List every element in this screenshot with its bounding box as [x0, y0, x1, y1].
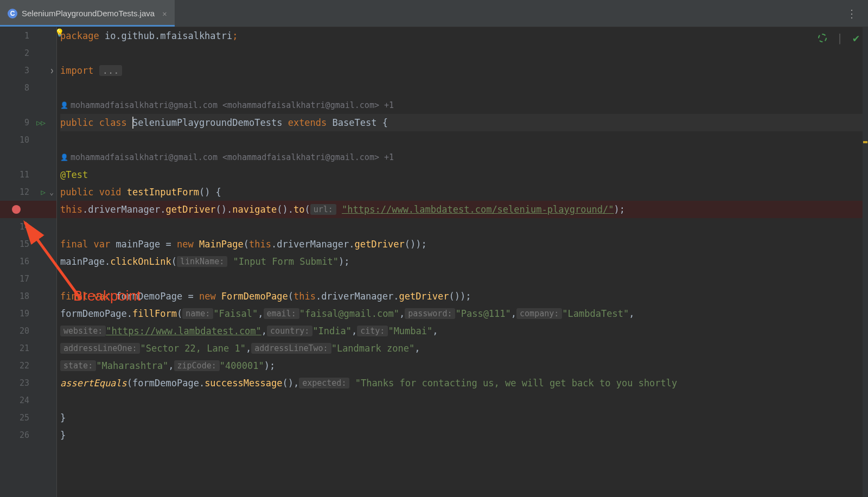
param-hint: linkName:: [177, 256, 227, 267]
gutter[interactable]: 1 2 3❯ 8 9▷▷ 10 11 12▷⌄ 14 15 16 17 18 1…: [0, 27, 57, 497]
author-icon: 👤: [60, 101, 68, 109]
code-area[interactable]: | ✔ package io.github.mfaisalkhatri; imp…: [57, 27, 868, 497]
vcs-author[interactable]: mohammadfaisalkhatri@gmail.com <mohammad…: [71, 152, 394, 162]
chevron-down-icon[interactable]: ⌄: [49, 188, 54, 196]
vcs-author[interactable]: mohammadfaisalkhatri@gmail.com <mohammad…: [71, 100, 394, 110]
editor-tab[interactable]: C SeleniumPlaygroundDemoTests.java ✕: [0, 0, 175, 27]
editor: 1 2 3❯ 8 9▷▷ 10 11 12▷⌄ 14 15 16 17 18 1…: [0, 27, 868, 497]
author-icon: 👤: [60, 154, 68, 161]
folded-imports[interactable]: ...: [99, 65, 123, 76]
error-stripe[interactable]: [863, 27, 868, 497]
tab-filename: SeleniumPlaygroundDemoTests.java: [22, 9, 155, 18]
fold-icon[interactable]: ❯: [50, 67, 54, 74]
param-hint: url:: [310, 204, 336, 215]
tab-bar: C SeleniumPlaygroundDemoTests.java ✕ ⋮: [0, 0, 868, 27]
run-test-icon[interactable]: ▷: [41, 188, 46, 196]
breakpoint-icon[interactable]: [12, 205, 21, 214]
intention-bulb-icon[interactable]: 💡: [57, 28, 64, 37]
warning-marker[interactable]: [863, 141, 867, 143]
inspection-status[interactable]: | ✔: [818, 31, 859, 44]
tab-bar-more-icon[interactable]: ⋮: [835, 0, 868, 27]
run-class-icon[interactable]: ▷▷: [36, 118, 46, 127]
close-tab-icon[interactable]: ✕: [162, 9, 167, 18]
status-hints-icon: [818, 34, 827, 42]
checkmark-icon: ✔: [853, 31, 859, 44]
java-class-icon: C: [8, 9, 17, 18]
